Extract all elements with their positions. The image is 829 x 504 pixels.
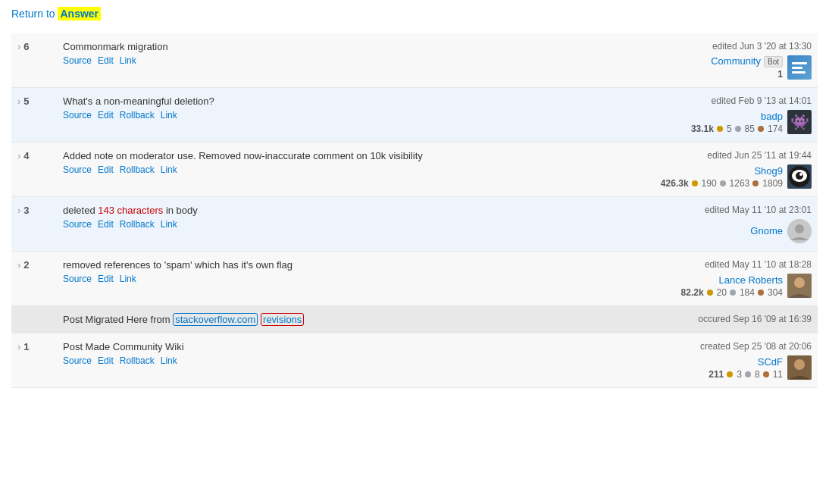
migration-content: Post Migrated Here from stackoverflow.co… <box>57 306 643 333</box>
action-link-link[interactable]: Link <box>161 164 177 175</box>
edited-time: edited Jun 25 '11 at 19:44 <box>649 150 812 161</box>
avatar: 👾 <box>787 110 812 134</box>
user-info: CommunityBot1 <box>711 55 783 80</box>
expand-chevron-icon[interactable]: › <box>17 259 20 271</box>
gold-badge-count: 5 <box>727 124 732 134</box>
revisions-link[interactable]: revisions <box>261 313 304 326</box>
user-name[interactable]: badp <box>691 111 783 122</box>
revision-meta: created Sep 25 '08 at 20:06SCdF2113811 <box>643 333 818 388</box>
user-name[interactable]: SCdF <box>709 356 783 368</box>
action-source-link[interactable]: Source <box>63 55 92 66</box>
bronze-badge-count: 174 <box>768 124 783 134</box>
avatar <box>787 219 812 243</box>
action-edit-link[interactable]: Edit <box>98 274 114 284</box>
user-reputation: 2113811 <box>709 369 783 380</box>
revision-actions: SourceEditRollbackLink <box>63 164 637 175</box>
action-source-link[interactable]: Source <box>63 355 92 366</box>
svg-point-3 <box>799 173 802 176</box>
edited-time: edited May 11 '10 at 23:01 <box>649 205 812 215</box>
action-source-link[interactable]: Source <box>63 164 92 175</box>
user-reputation: 1 <box>711 69 783 80</box>
action-link-link[interactable]: Link <box>120 55 136 66</box>
revision-user: badp33.1k585174👾 <box>649 110 812 134</box>
revision-title: Added note on moderator use. Removed now… <box>63 150 637 161</box>
gold-badge-dot <box>717 126 723 132</box>
action-edit-link[interactable]: Edit <box>98 219 114 230</box>
revision-content: Commonmark migrationSourceEditLink <box>57 33 643 88</box>
user-name[interactable]: Gnome <box>750 225 783 236</box>
action-edit-link[interactable]: Edit <box>98 164 114 175</box>
svg-point-7 <box>794 277 805 288</box>
revision-actions: SourceEditLink <box>63 55 637 66</box>
table-row: Post Migrated Here from stackoverflow.co… <box>11 306 818 333</box>
user-info: Shog9426.3k19012631809 <box>661 165 783 189</box>
expand-chevron-icon[interactable]: › <box>17 205 20 216</box>
revision-number-cell: ›6 <box>11 33 57 88</box>
revision-actions: SourceEditRollbackLink <box>63 110 637 121</box>
revision-number-cell: ›2 <box>11 252 57 306</box>
revision-user: SCdF2113811 <box>649 355 812 380</box>
revision-title: Post Made Community Wiki <box>63 341 637 352</box>
user-name[interactable]: CommunityBot <box>711 55 783 67</box>
action-source-link[interactable]: Source <box>63 274 92 284</box>
revision-content: What's a non-meaningful deletion?SourceE… <box>57 88 643 142</box>
revision-title: removed references to 'spam' which has i… <box>63 259 637 271</box>
rep-score: 33.1k <box>691 124 714 134</box>
answer-highlight: Answer <box>58 7 101 20</box>
user-name[interactable]: Shog9 <box>661 165 783 177</box>
revision-number: 6 <box>23 41 29 52</box>
silver-badge-count: 85 <box>745 124 755 134</box>
action-rollback-link[interactable]: Rollback <box>120 110 155 121</box>
stackoverflow-link[interactable]: stackoverflow.com <box>173 313 258 326</box>
action-source-link[interactable]: Source <box>63 110 92 121</box>
action-edit-link[interactable]: Edit <box>98 110 114 121</box>
silver-badge-dot <box>745 371 751 377</box>
bronze-badge-dot <box>758 126 764 132</box>
action-rollback-link[interactable]: Rollback <box>120 164 155 175</box>
revision-meta: edited May 11 '10 at 23:01Gnome <box>643 197 818 252</box>
expand-chevron-icon[interactable]: › <box>17 41 20 52</box>
edited-time: edited May 11 '10 at 18:28 <box>649 259 812 270</box>
gold-badge-dot <box>727 371 733 377</box>
avatar <box>787 355 812 380</box>
bronze-badge-count: 1809 <box>762 178 783 189</box>
user-reputation: 82.2k20184304 <box>681 287 783 298</box>
revision-meta: edited May 11 '10 at 18:28Lance Roberts8… <box>643 252 818 306</box>
bronze-badge-dot <box>758 290 764 296</box>
table-row: ›3deleted 143 characters in bodySourceEd… <box>11 197 818 252</box>
expand-chevron-icon[interactable]: › <box>17 150 20 161</box>
action-source-link[interactable]: Source <box>63 219 92 230</box>
expand-chevron-icon[interactable]: › <box>17 341 20 352</box>
return-to-answer-link[interactable]: Return to Answer <box>11 8 101 20</box>
action-link-link[interactable]: Link <box>161 355 177 366</box>
svg-point-5 <box>795 224 804 233</box>
table-row: ›1Post Made Community WikiSourceEditRoll… <box>11 333 818 388</box>
gold-badge-count: 3 <box>737 369 742 380</box>
rep-score: 211 <box>709 369 724 380</box>
revision-number: 5 <box>23 95 29 107</box>
user-name[interactable]: Lance Roberts <box>681 274 783 286</box>
table-row: ›4Added note on moderator use. Removed n… <box>11 142 818 197</box>
revision-number-cell: ›5 <box>11 88 57 142</box>
bronze-badge-count: 11 <box>773 369 783 380</box>
revision-number: 4 <box>23 150 29 161</box>
action-edit-link[interactable]: Edit <box>98 355 114 366</box>
action-edit-link[interactable]: Edit <box>98 55 114 66</box>
table-row: ›6Commonmark migrationSourceEditLinkedit… <box>11 33 818 88</box>
action-rollback-link[interactable]: Rollback <box>120 355 155 366</box>
user-reputation: 426.3k19012631809 <box>661 178 783 189</box>
action-link-link[interactable]: Link <box>120 274 136 284</box>
action-link-link[interactable]: Link <box>161 219 177 230</box>
silver-badge-dot <box>735 126 741 132</box>
table-row: ›5What's a non-meaningful deletion?Sourc… <box>11 88 818 142</box>
return-label: Return to <box>11 8 55 20</box>
rep-score: 82.2k <box>681 287 704 298</box>
gold-badge-dot <box>707 290 713 296</box>
action-link-link[interactable]: Link <box>161 110 177 121</box>
action-rollback-link[interactable]: Rollback <box>120 219 155 230</box>
expand-chevron-icon[interactable]: › <box>17 95 20 107</box>
revision-content: Added note on moderator use. Removed now… <box>57 142 643 197</box>
bronze-badge-dot <box>763 371 769 377</box>
page-container: Return to Answer ›6Commonmark migrationS… <box>0 0 829 396</box>
revision-number: 1 <box>23 341 29 352</box>
